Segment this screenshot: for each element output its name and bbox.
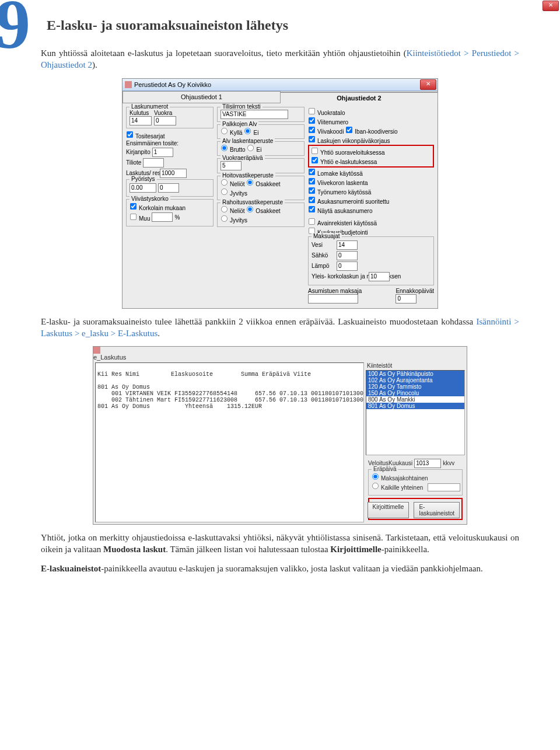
label-viivastyskorko: Viivästyskorko [130,196,170,202]
label-asukasnum: Asukasnumerointi suoritettu [317,198,389,205]
label-kulutus: Kulutus [130,110,152,116]
check-yhtio-suora[interactable]: Yhtiö suoraveloituksessa [311,147,431,156]
radio-palkkojen-ei[interactable]: Ei [244,130,258,136]
label-asumistuen: Asumistuen maksaja [308,288,394,294]
label-tilisiirron: Tilisiirron teksti [220,103,262,110]
tab-ohjaustiedot-1[interactable]: Ohjaustiedot 1 [123,91,281,103]
check-vuokratalo[interactable]: Vuokratalo [308,107,434,116]
check-yhtio-elasku[interactable]: Yhtiö e-laskutuksessa [311,156,431,165]
label-lomake: Lomake käytössä [317,170,363,177]
highlight-box-1: Yhtiö suoraveloituksessa Yhtiö e-laskutu… [308,145,434,168]
invoice-list[interactable]: Kii Res Nimi Elaskuosoite Summa Eräpäivä… [95,362,364,522]
input-sahko[interactable] [337,251,358,260]
close-icon[interactable]: ✕ [420,79,436,90]
radio-rv-neliot[interactable]: Neliöt [220,208,245,214]
label-yleis: Yleis- korkolaskun ja muistutuksen [312,273,367,280]
check-tyonumero[interactable]: Työnumero käytössä [308,187,434,196]
input-pyoristys-2[interactable] [158,183,179,193]
label-vuokra: Vuokra [154,110,176,116]
label-yhtio-elasku: Yhtiö e-laskutuksessa [320,159,377,165]
check-iban[interactable] [346,126,352,132]
paragraph-3: Yhtiöt, jotka on merkitty ohjaustiedoiss… [41,532,519,556]
label-kylla: Kyllä [230,130,243,136]
check-laskujen-vk[interactable]: Laskujen viikonpäiväkorjaus [308,135,434,144]
list-item[interactable]: 150 As Oy Pinocolu [366,390,464,396]
elaskuaineistot-button[interactable]: E-laskuaineistot [414,502,460,518]
input-vuokra[interactable] [154,116,176,125]
label-iban: Iban-koodiversio [355,128,397,135]
check-viivekoron[interactable]: Viivekoron laskenta [308,177,434,186]
window-title-2: e_Laskutus [93,354,467,361]
check-tositesarjat[interactable]: Tositesarjat [126,131,214,139]
input-vuokraera[interactable] [220,161,242,170]
tab-ohjaustiedot-2[interactable]: Ohjaustiedot 2 [280,92,438,103]
label-brutto: Brutto [230,146,246,153]
radio-rv-jyvitys[interactable]: Jyvitys [220,215,301,224]
label-ensimmainen: Ensimmäinen tosite: [126,140,214,146]
label-avain: Avainrekisteri käytössä [317,220,377,226]
input-kaikille-date[interactable] [428,483,460,491]
kirjoittimelle-button[interactable]: Kirjoittimelle [368,502,410,518]
label-osakkeet: Osakkeet [256,181,280,187]
list-item[interactable]: 800 As Oy Mankki [366,396,464,403]
label-tyonumero: Työnumero käytössä [317,189,371,196]
kiinteistot-list[interactable]: 100 As Oy Pähkinäpuisto 102 As Oy Aurajo… [366,370,465,455]
radio-maksajakohtainen[interactable]: Maksajakohtainen [372,473,459,482]
radio-kaikille[interactable]: Kaikille yhteinen [372,482,459,493]
list-item[interactable]: 102 As Oy Aurajoentanta [366,377,464,383]
radio-hv-osakkeet[interactable]: Osakkeet [246,181,280,187]
radio-hv-neliot[interactable]: Neliöt [220,181,245,187]
input-vesi[interactable] [337,240,358,250]
label-ei: Ei [253,130,258,136]
close-icon-2[interactable]: ✕ [542,1,559,11]
check-korkolain[interactable]: Korkolain mukaan [130,203,210,211]
check-asukasnum[interactable]: Asukasnumerointi suoritettu [308,196,434,205]
label-erapaiva: Eräpäivä [372,466,398,472]
p1-text-a: Kun yhtiössä aloitetaan e-laskutus ja lo… [41,48,407,58]
label-lampo: Lämpö [312,263,335,269]
input-asumistuen[interactable] [308,294,358,304]
paragraph-2: E-lasku- ja suoramaksuaineisto tulee läh… [41,316,519,340]
input-veloituskuukausi[interactable] [414,459,441,468]
input-yleis[interactable] [369,272,390,281]
radio-hv-jyvitys[interactable]: Jyvitys [220,188,301,197]
check-avain[interactable]: Avainrekisteri käytössä [308,218,434,226]
group-pyoristys: Pyöristys [126,179,214,197]
check-muu[interactable]: Muu [130,213,150,222]
input-muu-pct[interactable] [152,212,173,222]
check-lomake[interactable]: Lomake käytössä [308,168,434,177]
group-erapaiva: Eräpäivä Maksajakohtainen Kaikille yhtei… [368,469,463,496]
page-title: E-lasku- ja suoramaksuaineiston lähetys [41,18,519,33]
label-viivakoodi: Viivakoodi [317,128,344,135]
input-laskutus-reskontra[interactable] [160,169,187,178]
p3-bold-1: Muodosta laskut [103,545,166,554]
p3-text-b: -painikkeella. [382,545,429,554]
radio-alv-brutto[interactable]: Brutto [220,146,246,153]
input-pyoristys-1[interactable] [130,183,156,193]
group-viivastyskorko: Viivästyskorko Korkolain mukaan Muu% [126,199,214,226]
input-kulutus[interactable] [130,116,152,125]
check-nayta-asukas[interactable]: Näytä asukasnumero [308,205,434,214]
input-lampo[interactable] [337,261,358,271]
p3-bold-2: Kirjoittimelle [330,545,381,554]
input-ennakko[interactable] [396,294,416,304]
check-viivakoodi[interactable]: Viivakoodi Iban-koodiversio [308,126,434,135]
label-pyoristys: Pyöristys [130,176,157,182]
p4-rest: -painikkeella avautuu e-laskujen ja suor… [101,564,482,573]
label-vuokratalo: Vuokratalo [317,110,345,116]
highlight-box-2: Kirjoittimelle E-laskuaineistot [368,498,463,520]
input-tilisiirron[interactable] [220,110,288,119]
label-kirjanpito: Kirjanpito [126,149,150,155]
input-kirjanpito[interactable] [152,148,173,157]
list-item[interactable]: 801 As Oy Domus [366,403,464,409]
input-tiliote[interactable] [143,158,164,168]
list-row: 001 VIRTANEN VEIK FI3559227768554148 657… [97,390,363,397]
group-maksuajat: Maksuajat Vesi Sähkö Lämpö Yleis- korkol… [308,236,434,285]
list-item[interactable]: 120 As Oy Tammisto [366,383,464,390]
radio-alv-ei[interactable]: Ei [247,146,261,153]
label-hoitovastike: Hoitovastikeperuste [220,172,275,179]
check-viitenumero[interactable]: Viitenumero [308,117,434,125]
list-item[interactable]: 100 As Oy Pähkinäpuisto [366,371,464,377]
radio-palkkojen-kylla[interactable]: Kyllä [220,130,243,136]
radio-rv-osakkeet[interactable]: Osakkeet [246,208,280,214]
